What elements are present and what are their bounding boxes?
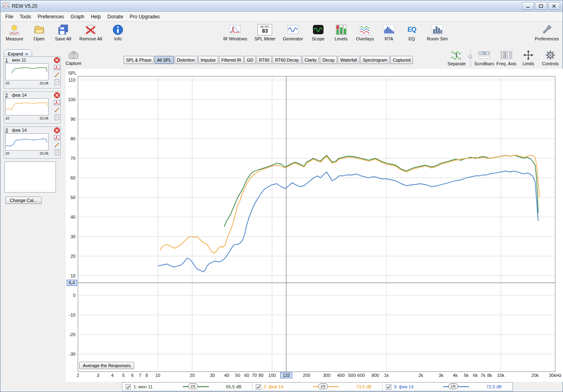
measurement-ir-button[interactable] <box>54 100 60 106</box>
remove-measurement-button[interactable] <box>54 92 60 98</box>
toolbar-button-label: Overlays <box>356 36 374 41</box>
measurement-card-3[interactable]: 3фев 142020,0k <box>4 126 61 159</box>
smoothing-badge[interactable]: 1/6 <box>318 383 328 389</box>
measurement-card-2[interactable]: 2фев 142020,0k <box>4 91 61 124</box>
capture-button[interactable]: Capture <box>62 50 84 66</box>
trace-visible-checkbox[interactable] <box>256 384 261 390</box>
titlebar[interactable]: REW V5.20 <box>0 0 563 12</box>
measurement-card-1[interactable]: 1июн 112020,0k <box>4 56 61 89</box>
toolbar-info-button[interactable]: Info <box>109 23 127 42</box>
measurement-notes-button[interactable] <box>54 149 60 155</box>
trace-adjust-button[interactable] <box>54 72 60 78</box>
tab-impulse[interactable]: Impulse <box>198 56 218 64</box>
toolbar-save-all-button[interactable]: Save All <box>54 23 73 42</box>
toolbar-eq-button[interactable]: EQEQ <box>403 23 421 42</box>
trace-adjust-button[interactable] <box>54 142 60 148</box>
average-responses-button[interactable]: Average the Responses <box>79 362 134 369</box>
x-tick-label: 8 <box>146 373 148 378</box>
spl-chart[interactable]: 1101009080706050403020100-10-20-30234567… <box>66 69 563 382</box>
tab-waterfall[interactable]: Waterfall <box>338 56 359 64</box>
menu-graph[interactable]: Graph <box>67 13 87 21</box>
tab-spl-phase[interactable]: SPL & Phase <box>124 56 154 64</box>
x-tick-label: 6 <box>131 373 134 378</box>
measurement-notes-button[interactable] <box>54 79 60 85</box>
measurement-index: 3 <box>5 128 8 133</box>
trace-level-value: 72,0 dB <box>486 384 509 389</box>
x-tick-label: 5 <box>122 373 124 378</box>
pane-divider-knob[interactable] <box>468 55 472 58</box>
tab-rt60-decay[interactable]: RT60 Decay <box>273 56 301 64</box>
toolbar-overlays-button[interactable]: Overlays <box>355 23 375 42</box>
measurement-thumbnail[interactable] <box>5 63 49 80</box>
tab-spectrogram[interactable]: Spectrogram <box>360 56 390 64</box>
scrollbars-tool[interactable]: Scrollbars <box>474 50 494 66</box>
trace-visible-checkbox[interactable] <box>126 384 131 390</box>
toolbar-spl-meter-button[interactable]: dB SPL83SPL Meter <box>253 23 277 42</box>
y-tick-label: 100 <box>68 97 75 102</box>
plot-area[interactable] <box>78 76 555 372</box>
measurement-thumbnail[interactable] <box>5 98 49 115</box>
thumb-freq-lo: 20 <box>5 81 9 85</box>
cursor-db-readout: 6,4 <box>69 280 75 285</box>
tab-distortion[interactable]: Distortion <box>175 56 197 64</box>
trace-adjust-button[interactable] <box>54 107 60 113</box>
smoothing-badge[interactable]: 1/6 <box>188 383 198 389</box>
x-tick-label: 500 <box>348 373 356 378</box>
remove-measurement-button[interactable] <box>54 57 60 63</box>
menu-donate[interactable]: Donate <box>104 13 126 21</box>
toolbar-open-button[interactable]: Open <box>30 23 48 42</box>
pane-divider[interactable] <box>468 50 472 67</box>
graph-tabs: SPL & PhaseAll SPLDistortionImpulseFilte… <box>124 56 413 64</box>
minimize-button[interactable] <box>522 2 534 10</box>
x-tick-label: 60 <box>244 373 249 378</box>
toolbar-room-sim-button[interactable]: Room Sim <box>426 23 449 42</box>
smoothing-badge[interactable]: 1/6 <box>448 383 458 389</box>
measurement-ir-button[interactable] <box>54 135 60 141</box>
tab-filtered-ir[interactable]: Filtered IR <box>219 56 244 64</box>
open-icon <box>33 24 45 35</box>
toolbar-ir-windows-button[interactable]: IR Windows <box>222 23 248 42</box>
measurement-ir-button[interactable] <box>54 64 60 71</box>
toolbar-levels-button[interactable]: Levels <box>332 23 350 42</box>
controls-tool[interactable]: Controls <box>540 50 561 66</box>
overlays-icon <box>359 24 370 35</box>
trace-line-wrap: 1/6 <box>168 386 224 387</box>
separate-tool[interactable]: Separate <box>446 50 467 66</box>
x-tick-label: 30 <box>210 373 215 378</box>
limits-tool[interactable]: Limits <box>518 50 539 66</box>
thumb-freq-hi: 20,0k <box>40 81 49 85</box>
toolbar-generator-button[interactable]: Generator <box>282 23 304 42</box>
tab-decay[interactable]: Decay <box>320 56 337 64</box>
toolbar-button-label: Save All <box>55 36 71 41</box>
tab-gd[interactable]: GD <box>244 56 256 64</box>
toolbar-rta-button[interactable]: RTA <box>380 23 398 42</box>
close-window-button[interactable] <box>548 2 560 10</box>
measurement-thumbnail[interactable] <box>5 133 49 151</box>
toolbar-button-label: Info <box>114 36 122 41</box>
menu-tools[interactable]: Tools <box>16 13 34 21</box>
freq-axis-tool[interactable]: Freq. Axis <box>496 50 516 66</box>
menu-file[interactable]: File <box>2 13 16 21</box>
tab-captured[interactable]: Captured <box>390 56 413 64</box>
tab-rt60[interactable]: RT60 <box>257 56 272 64</box>
menu-preferences[interactable]: Preferences <box>34 13 67 21</box>
thumb-freq-hi: 20,0k <box>40 151 49 155</box>
measurement-name: фев 14 <box>12 128 27 133</box>
trace-visible-checkbox[interactable] <box>386 384 391 390</box>
toolbar-measure-button[interactable]: Measure <box>4 23 24 42</box>
measurement-name: фев 14 <box>12 93 27 97</box>
menubar: FileToolsPreferencesGraphHelpDonatePro U… <box>0 12 563 22</box>
toolbar-remove-all-button[interactable]: Remove All <box>78 23 104 42</box>
menu-pro-upgrades[interactable]: Pro Upgrades <box>126 13 163 21</box>
tab-all-spl[interactable]: All SPL <box>155 56 173 64</box>
toolbar-preferences-button[interactable]: Preferences <box>534 23 560 42</box>
remove-measurement-button[interactable] <box>54 127 60 133</box>
change-cal-button[interactable]: Change Cal... <box>5 197 42 204</box>
x-tick-label: 5k <box>464 373 469 378</box>
measurement-notes-button[interactable] <box>54 114 60 120</box>
maximize-button[interactable] <box>535 2 547 10</box>
controls-icon <box>545 50 556 60</box>
menu-help[interactable]: Help <box>87 13 104 21</box>
toolbar-scope-button[interactable]: Scope <box>309 23 327 42</box>
tab-clarity[interactable]: Clarity <box>302 56 319 64</box>
